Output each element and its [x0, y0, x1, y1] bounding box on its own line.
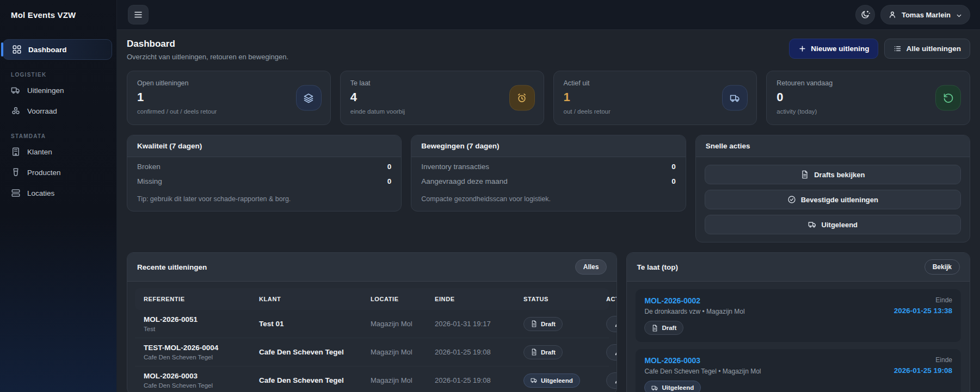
- table-row[interactable]: MOL-2026-0003 Cafe Den Scheven Tegel Caf…: [135, 366, 609, 392]
- overdue-ref-link[interactable]: MOL-2026-0002: [644, 296, 744, 305]
- stacked-cards-icon: [11, 188, 21, 198]
- alarm-icon: [509, 85, 535, 111]
- topbar: Tomas Marlein: [117, 0, 980, 30]
- column-actie: Actie: [606, 296, 617, 302]
- theme-toggle-button[interactable]: [855, 5, 875, 24]
- alles-button[interactable]: Alles: [575, 259, 607, 275]
- new-loan-label: Nieuwe uitlening: [811, 45, 869, 53]
- row-ref-sub: Test: [144, 326, 259, 332]
- bottom-row: Recente uitleningen Alles Referentie Kla…: [127, 252, 970, 392]
- stat-value: 1: [137, 90, 320, 104]
- uitgeleend-status-badge: Uitgeleend: [523, 374, 580, 388]
- row-einde: 2026-01-25 19:08: [435, 348, 523, 356]
- all-loans-label: Alle uitleningen: [906, 45, 961, 53]
- rotate-ccw-icon: [935, 85, 961, 111]
- snelle-acties-title: Snelle acties: [696, 135, 970, 157]
- truck-icon: [808, 220, 817, 229]
- row-klant: Cafe Den Scheven Tegel: [259, 348, 371, 356]
- kwaliteit-panel: Kwaliteit (7 dagen) Broken 0 Missing 0 T…: [127, 135, 402, 211]
- status-label: Draft: [541, 349, 556, 356]
- drafts-bekijken-button[interactable]: Drafts bekijken: [705, 165, 961, 184]
- stat-value: 1: [564, 90, 747, 104]
- plus-icon: [798, 45, 806, 53]
- einde-label: Einde: [894, 296, 952, 304]
- column-einde: Einde: [435, 296, 523, 302]
- stat-card-retouren-vandaag: Retouren vandaag 0 activity (today): [766, 71, 970, 125]
- kv-value: 0: [387, 177, 392, 185]
- kv-label: Aangevraagd deze maand: [421, 177, 507, 185]
- row-locatie: Magazijn Mol: [371, 348, 435, 356]
- sidebar-item-voorraad[interactable]: Voorraad: [0, 101, 116, 121]
- column-status: Status: [523, 296, 606, 302]
- kwaliteit-title: Kwaliteit (7 dagen): [127, 135, 401, 157]
- column-locatie: Locatie: [371, 296, 435, 302]
- recente-uitleningen-panel: Recente uitleningen Alles Referentie Kla…: [127, 252, 617, 392]
- pencil-icon: [614, 349, 617, 356]
- bewegingen-row-transacties: Inventory transacties 0: [411, 157, 685, 172]
- bevestigde-uitleningen-button[interactable]: Bevestigde uitleningen: [705, 190, 961, 209]
- stat-subtitle: activity (today): [776, 108, 960, 115]
- row-klant: Test 01: [259, 320, 371, 328]
- bewegingen-title: Bewegingen (7 dagen): [411, 135, 685, 157]
- overdue-ref-link[interactable]: MOL-2026-0003: [644, 356, 761, 365]
- row-ref: MOL-2026-0051: [144, 315, 259, 323]
- pencil-icon: [614, 320, 617, 328]
- mid-row: Kwaliteit (7 dagen) Broken 0 Missing 0 T…: [127, 135, 970, 242]
- sidebar-item-label: Uitleningen: [27, 86, 64, 95]
- kv-value: 0: [387, 163, 392, 171]
- list-item[interactable]: MOL-2026-0002 De dronkaards vzw • Magazi…: [636, 289, 961, 342]
- row-klant: Cafe Den Scheven Tegel: [259, 376, 371, 384]
- new-loan-button[interactable]: Nieuwe uitlening: [789, 39, 878, 59]
- user-menu[interactable]: Tomas Marlein: [880, 5, 970, 24]
- hamburger-menu-button[interactable]: [128, 5, 149, 24]
- kv-label: Missing: [137, 177, 162, 185]
- sidebar-item-label: Producten: [27, 169, 61, 177]
- row-einde: 2026-01-31 19:17: [435, 320, 523, 328]
- edit-button[interactable]: [606, 316, 617, 332]
- draft-status-badge: Draft: [523, 345, 563, 359]
- sidebar-item-dashboard[interactable]: Dashboard: [3, 39, 112, 60]
- cup-icon: [11, 167, 21, 177]
- bewegingen-panel: Bewegingen (7 dagen) Inventory transacti…: [411, 135, 686, 211]
- sidebar-section-stamdata: Stamdata: [0, 133, 116, 139]
- status-label: Uitgeleend: [662, 384, 694, 391]
- table-row[interactable]: TEST-MOL-2026-0004 Cafe Den Scheven Tege…: [135, 338, 609, 366]
- stat-value: 0: [776, 90, 960, 104]
- stat-label: Retouren vandaag: [776, 79, 960, 87]
- overdue-meta: Cafe Den Scheven Tegel • Magazijn Mol: [644, 368, 761, 375]
- list-item[interactable]: MOL-2026-0003 Cafe Den Scheven Tegel • M…: [636, 349, 961, 392]
- stat-subtitle: einde datum voorbij: [350, 108, 534, 115]
- stat-subtitle: out / deels retour: [564, 108, 747, 115]
- user-name: Tomas Marlein: [902, 11, 951, 19]
- sidebar-item-producten[interactable]: Producten: [0, 162, 116, 183]
- edit-button[interactable]: [606, 372, 617, 389]
- bewegingen-row-aangevraagd: Aangevraagd deze maand 0: [411, 172, 685, 186]
- bekijk-button[interactable]: Bekijk: [924, 259, 960, 275]
- einde-label: Einde: [894, 356, 952, 364]
- sidebar-item-locaties[interactable]: Locaties: [0, 183, 116, 203]
- stats-row: Open uitleningen 1 confirmed / out / dee…: [127, 71, 970, 125]
- row-ref: TEST-MOL-2026-0004: [144, 344, 259, 352]
- moon-stars-icon: [860, 10, 870, 20]
- table-row[interactable]: MOL-2026-0051 Test Test 01 Magazijn Mol …: [135, 310, 609, 338]
- sidebar-item-uitleningen[interactable]: Uitleningen: [0, 80, 116, 101]
- list-icon: [893, 45, 902, 53]
- stat-card-open-uitleningen: Open uitleningen 1 confirmed / out / dee…: [127, 71, 331, 125]
- document-icon: [531, 320, 538, 327]
- row-locatie: Magazijn Mol: [371, 376, 435, 384]
- sidebar-item-klanten[interactable]: Klanten: [0, 141, 116, 162]
- table-header: Referentie Klant Locatie Einde Status Ac…: [135, 288, 609, 310]
- all-loans-button[interactable]: Alle uitleningen: [884, 39, 970, 59]
- edit-button[interactable]: [606, 344, 617, 360]
- user-icon: [888, 10, 897, 19]
- sidebar-item-label: Dashboard: [28, 46, 67, 54]
- uitgeleend-button[interactable]: Uitgeleend: [705, 215, 961, 234]
- pencil-icon: [614, 377, 617, 384]
- layers-icon: [296, 85, 322, 111]
- stat-label: Te laat: [350, 79, 534, 87]
- kwaliteit-row-broken: Broken 0: [127, 157, 401, 172]
- kv-value: 0: [671, 163, 676, 171]
- truck-icon: [11, 85, 21, 95]
- stat-card-te-laat: Te laat 4 einde datum voorbij: [340, 71, 544, 125]
- column-referentie: Referentie: [144, 296, 259, 302]
